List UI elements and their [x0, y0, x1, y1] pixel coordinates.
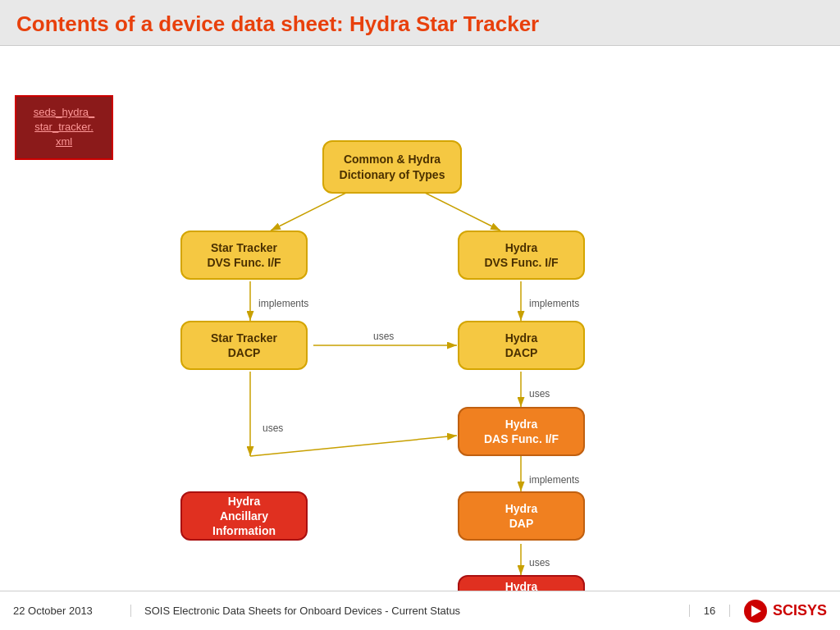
- logo-text: SCISYS: [773, 602, 827, 619]
- implements-label-2: implements: [529, 298, 579, 309]
- node-hydra-dap: HydraDAP: [458, 491, 585, 541]
- footer-logo: SCISYS: [730, 599, 840, 623]
- diagram-svg: implements implements uses uses uses imp…: [0, 46, 840, 604]
- svg-line-2: [418, 189, 500, 231]
- svg-line-8: [250, 436, 457, 456]
- node-hydra-dvs: HydraDVS Func. I/F: [458, 231, 585, 280]
- scisys-logo-icon: [743, 599, 768, 623]
- uses-label-4: uses: [529, 557, 550, 568]
- node-hydra-ancillary: HydraAncillary Information: [180, 491, 308, 541]
- page-title: Contents of a device data sheet: Hydra S…: [16, 11, 824, 37]
- footer-page: 16: [689, 605, 730, 617]
- node-star-tracker-dacp: Star TrackerDACP: [180, 321, 308, 370]
- node-common-hydra: Common & Hydra Dictionary of Types: [322, 140, 462, 194]
- uses-label-2: uses: [529, 388, 550, 399]
- footer-date: 22 October 2013: [0, 605, 131, 617]
- footer: 22 October 2013 SOIS Electronic Data She…: [0, 591, 840, 630]
- uses-label-1: uses: [373, 331, 394, 342]
- svg-line-1: [271, 189, 353, 231]
- file-box: seds_hydra_star_tracker.xml: [15, 95, 113, 160]
- uses-label-3: uses: [262, 422, 283, 434]
- page-header: Contents of a device data sheet: Hydra S…: [0, 0, 840, 46]
- file-label: seds_hydra_star_tracker.xml: [34, 106, 94, 148]
- implements-label-1: implements: [258, 298, 308, 309]
- main-content: seds_hydra_star_tracker.xml implements i…: [0, 46, 840, 604]
- node-hydra-dacp: HydraDACP: [458, 321, 585, 370]
- node-hydra-das: HydraDAS Func. I/F: [458, 407, 585, 456]
- footer-title: SOIS Electronic Data Sheets for Onboard …: [131, 605, 689, 617]
- node-star-tracker-dvs: Star TrackerDVS Func. I/F: [180, 231, 308, 280]
- implements-label-3: implements: [529, 474, 579, 486]
